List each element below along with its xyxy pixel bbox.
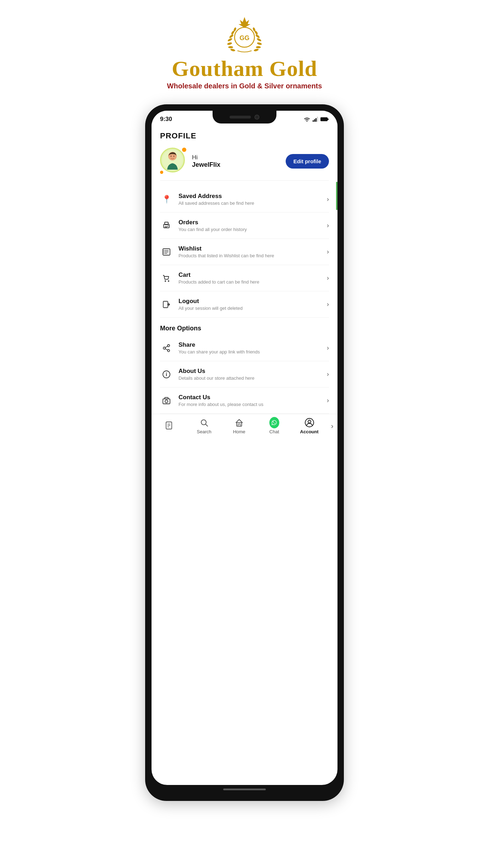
account-nav-icon [304,418,314,428]
svg-rect-28 [165,226,168,227]
svg-point-7 [255,34,260,39]
menu-title-contact-us: Contact Us [178,394,327,401]
nav-label-account: Account [300,429,319,434]
edit-profile-button[interactable]: Edit profile [286,154,329,169]
svg-point-2 [227,42,232,45]
account-svg-icon [305,418,314,427]
svg-text:GG: GG [240,34,249,42]
nav-item-extra-left[interactable] [152,421,187,432]
menu-text-about-us: About Us Details about our store attache… [178,368,327,381]
menu-item-cart[interactable]: Cart Products added to cart can be find … [160,265,329,291]
printer-icon [162,221,171,230]
svg-marker-14 [238,17,251,28]
nav-item-search[interactable]: Search [187,418,222,434]
battery-icon [320,117,329,121]
svg-point-25 [171,156,172,157]
info-svg-icon [162,370,171,379]
svg-point-38 [163,253,164,254]
notch-camera [254,115,259,120]
contact-us-icon [160,394,173,407]
chevron-saved-address: › [327,196,329,203]
menu-title-about-us: About Us [178,368,327,375]
nav-item-extra-right[interactable]: › [327,421,337,431]
menu-title-cart: Cart [178,271,327,279]
nav-item-home[interactable]: Home [222,418,257,434]
menu-text-logout: Logout All your session will get deleted [178,298,327,311]
menu-item-share[interactable]: Share You can share your app link with f… [160,335,329,361]
logout-svg-icon [162,300,171,309]
status-time: 9:30 [160,116,172,123]
avatar-dot-2 [160,171,163,174]
menu-title-saved-address: Saved Address [178,193,327,200]
search-nav-icon [199,418,209,428]
nav-label-chat: Chat [269,429,279,434]
menu-item-contact-us[interactable]: Contact Us For more info about us, pleas… [160,388,329,414]
svg-point-42 [167,345,170,347]
svg-point-11 [253,48,259,51]
share-svg-icon [162,344,171,352]
phone-frame: 9:30 [145,104,344,801]
menu-item-orders[interactable]: Orders You can find all your order histo… [160,213,329,239]
wifi-icon [303,117,311,122]
svg-point-39 [165,280,166,282]
search-svg-icon [200,418,208,427]
menu-subtitle-orders: You can find all your order history [178,227,327,232]
svg-point-10 [256,46,261,48]
status-icons [303,117,329,122]
avatar [160,148,185,172]
notch [213,111,276,123]
svg-rect-58 [237,423,242,426]
more-options-label: More Options [152,318,337,335]
nav-item-account[interactable]: Account [292,418,327,434]
profile-section: PROFILE [152,124,337,186]
menu-item-about-us[interactable]: About Us Details about our store attache… [160,361,329,388]
svg-point-3 [228,46,233,48]
svg-point-36 [163,250,164,251]
svg-point-8 [256,38,262,42]
cart-icon [160,272,173,285]
menu-title-wishlist: Wishlist [178,245,327,252]
user-greeting: Hi [192,154,286,161]
svg-point-26 [174,156,175,157]
svg-point-37 [163,252,164,252]
svg-line-57 [205,424,208,426]
signal-icon [313,117,318,122]
menu-subtitle-saved-address: All saved addresses can be find here [178,200,327,206]
menu-subtitle-cart: Products added to cart can be find here [178,279,327,285]
svg-line-45 [165,348,168,350]
svg-point-0 [229,34,234,39]
chevron-logout: › [327,301,329,308]
menu-subtitle-share: You can share your app link with friends [178,349,327,355]
svg-point-31 [168,225,169,226]
avatar-dot-1 [182,148,186,152]
whatsapp-svg [271,419,278,426]
logo-title: Goutham Gold [172,56,317,81]
header: GG Goutham Gold Wholesale dealers in Gol… [167,0,322,101]
svg-rect-19 [314,119,315,122]
screen-content: PROFILE [152,124,337,440]
svg-rect-21 [317,117,318,122]
status-bar: 9:30 [152,111,337,124]
logo-subtitle: Wholesale dealers in Gold & Silver ornam… [167,82,322,90]
chevron-cart: › [327,274,329,282]
menu-item-logout[interactable]: Logout All your session will get deleted… [160,291,329,318]
avatar-container [160,148,187,175]
menu-item-saved-address[interactable]: 📍 Saved Address All saved addresses can … [160,186,329,213]
nav-item-chat[interactable]: Chat [257,418,292,434]
svg-rect-20 [315,118,317,122]
svg-point-51 [165,400,168,403]
menu-item-wishlist[interactable]: Wishlist Products that listed in Wishlis… [160,239,329,265]
menu-subtitle-contact-us: For more info about us, please contact u… [178,402,327,407]
more-options-section: Share You can share your app link with f… [152,335,337,414]
extra-right-icon: › [327,421,337,431]
saved-address-icon: 📍 [160,193,173,206]
user-name: JewelFlix [192,161,286,169]
cart-svg-icon [162,274,171,282]
svg-point-4 [230,48,235,51]
home-indicator [223,789,266,790]
menu-text-cart: Cart Products added to cart can be find … [178,271,327,285]
menu-title-logout: Logout [178,298,327,305]
menu-text-share: Share You can share your app link with f… [178,341,327,355]
logout-icon [160,298,173,311]
notch-speaker [230,116,251,119]
